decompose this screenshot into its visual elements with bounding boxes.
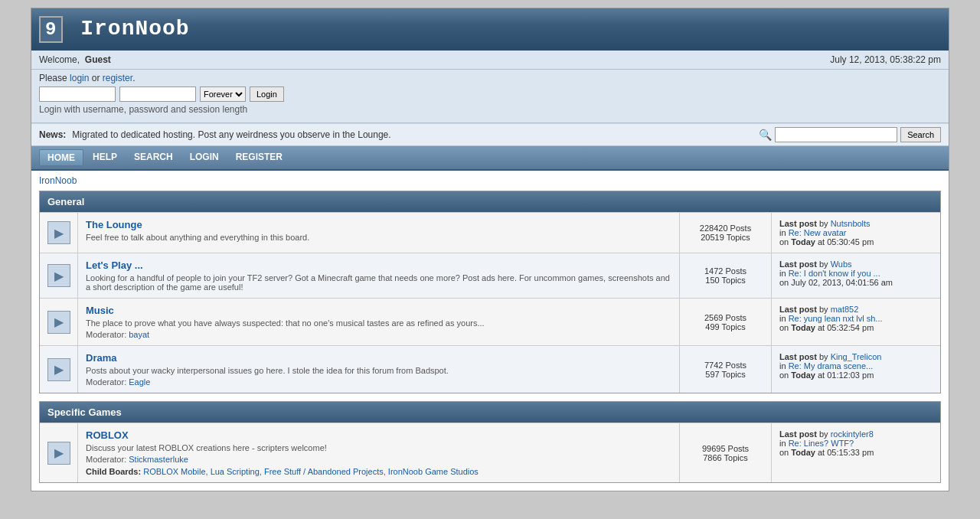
site-header: 9 IronNoob — [31, 8, 949, 51]
nav-login[interactable]: LOGIN — [182, 149, 227, 166]
nav-bar: HOME HELP SEARCH LOGIN REGISTER — [31, 146, 949, 171]
forum-topics-lounge: 20519 Topics — [686, 233, 765, 242]
forum-info-lounge: The Lounge Feel free to talk about anyth… — [78, 213, 680, 253]
child-board-roblox-mobile[interactable]: ROBLOX Mobile — [143, 467, 205, 476]
lastpost-user-music[interactable]: mat852 — [831, 305, 859, 314]
lastpost-user-lounge[interactable]: Nutsnbolts — [831, 219, 871, 228]
datetime: July 12, 2013, 05:38:22 pm — [830, 54, 941, 65]
username-input[interactable] — [39, 86, 116, 102]
forum-icon-drama: ▶ — [40, 346, 78, 393]
lastpost-thread-roblox[interactable]: Re: Lines? WTF? — [789, 439, 854, 448]
lastpost-thread-music[interactable]: Re: yung lean nxt lvl sh... — [789, 314, 883, 323]
forum-posts-letsplay: 1472 Posts — [686, 266, 765, 276]
login-link[interactable]: login — [70, 73, 89, 83]
forum-icon-box: ▶ — [47, 221, 70, 244]
moderator-link-music[interactable]: bayat — [129, 330, 149, 339]
forum-topics-letsplay: 150 Topics — [686, 276, 765, 285]
forum-row-letsplay: ▶ Let's Play ... Looking for a handful o… — [40, 253, 940, 298]
forum-moderator-roblox: Moderator: Stickmasterluke — [86, 455, 671, 464]
password-input[interactable] — [119, 86, 196, 102]
news-label: News: — [39, 129, 66, 140]
forum-lastpost-drama: Last post by King_Trelicon in Re: My dra… — [772, 346, 940, 393]
child-board-ironnoob-studios[interactable]: IronNoob Game Studios — [388, 467, 479, 476]
forum-icon-lounge: ▶ — [40, 213, 78, 253]
lastpost-user-letsplay[interactable]: Wubs — [831, 260, 852, 269]
forum-moderator-music: Moderator: bayat — [86, 330, 671, 339]
login-bar: Please login or register. Forever Login … — [31, 70, 949, 123]
forum-info-letsplay: Let's Play ... Looking for a handful of … — [78, 253, 680, 298]
forum-topics-music: 499 Topics — [686, 322, 765, 331]
forum-name-lounge[interactable]: The Lounge — [86, 219, 142, 230]
search-input[interactable] — [775, 127, 897, 142]
forum-name-drama[interactable]: Drama — [86, 352, 116, 364]
news-text: Migrated to dedicated hosting. Post any … — [72, 129, 753, 140]
logo-icon: 9 — [39, 16, 63, 43]
forum-info-music: Music The place to prove what you have a… — [78, 299, 680, 345]
register-link[interactable]: register — [103, 73, 132, 83]
welcome-user: Guest — [85, 54, 111, 65]
forum-moderator-drama: Moderator: Eagle — [86, 377, 671, 387]
forum-topics-drama: 597 Topics — [686, 370, 765, 379]
forum-icon-roblox: ▶ — [40, 423, 78, 482]
specific-games-header: Specific Games — [40, 402, 940, 423]
forum-stats-roblox: 99695 Posts 7866 Topics — [680, 423, 772, 482]
forum-icon-box-music: ▶ — [47, 311, 70, 334]
lastpost-thread-drama[interactable]: Re: My drama scene... — [789, 361, 874, 370]
moderator-link-roblox[interactable]: Stickmasterluke — [129, 455, 188, 464]
forum-posts-roblox: 99695 Posts — [686, 444, 765, 453]
lastpost-thread-lounge[interactable]: Re: New avatar — [789, 228, 847, 237]
forum-desc-roblox: Discuss your latest ROBLOX creations her… — [86, 443, 671, 452]
search-button[interactable]: Search — [900, 127, 941, 142]
forum-icon-music: ▶ — [40, 299, 78, 345]
search-magnifier-icon: 🔍 — [759, 129, 772, 141]
lastpost-user-drama[interactable]: King_Trelicon — [831, 352, 882, 361]
child-board-free-stuff[interactable]: Free Stuff / Abandoned Projects — [264, 467, 384, 476]
forum-row-drama: ▶ Drama Posts about your wacky interpers… — [40, 345, 940, 393]
welcome-prefix: Welcome, — [39, 54, 80, 65]
welcome-text: Welcome, Guest — [39, 54, 111, 65]
lastpost-thread-letsplay[interactable]: Re: I don't know if you ... — [789, 269, 880, 278]
nav-help[interactable]: HELP — [85, 149, 125, 166]
login-button[interactable]: Login — [250, 86, 284, 102]
forum-name-letsplay[interactable]: Let's Play ... — [86, 260, 143, 271]
news-bar: News: Migrated to dedicated hosting. Pos… — [31, 123, 949, 146]
general-section: General ▶ The Lounge Feel free to talk a… — [39, 191, 941, 393]
nav-home[interactable]: HOME — [39, 149, 83, 166]
forum-lastpost-lounge: Last post by Nutsnbolts in Re: New avata… — [772, 213, 940, 253]
forum-posts-lounge: 228420 Posts — [686, 224, 765, 233]
nav-register[interactable]: REGISTER — [228, 149, 290, 166]
forum-posts-music: 2569 Posts — [686, 313, 765, 322]
forum-desc-letsplay: Looking for a handful of people to join … — [86, 273, 671, 292]
child-board-lua[interactable]: Lua Scripting — [211, 467, 260, 476]
forum-name-roblox[interactable]: ROBLOX — [86, 429, 129, 441]
general-section-header: General — [40, 191, 940, 212]
forum-lastpost-letsplay: Last post by Wubs in Re: I don't know if… — [772, 253, 940, 298]
forum-desc-music: The place to prove what you have always … — [86, 318, 671, 328]
breadcrumb-link[interactable]: IronNoob — [39, 175, 77, 186]
forum-row-lounge: ▶ The Lounge Feel free to talk about any… — [40, 212, 940, 253]
session-select[interactable]: Forever — [200, 86, 246, 102]
forum-posts-drama: 7742 Posts — [686, 361, 765, 370]
forum-icon-box-drama: ▶ — [47, 358, 70, 381]
forum-info-drama: Drama Posts about your wacky interperson… — [78, 346, 680, 393]
forum-stats-letsplay: 1472 Posts 150 Topics — [680, 253, 772, 298]
welcome-bar: Welcome, Guest July 12, 2013, 05:38:22 p… — [31, 51, 949, 70]
lastpost-user-roblox[interactable]: rockintyler8 — [831, 429, 874, 439]
login-form: Forever Login — [39, 86, 941, 102]
forum-row-roblox: ▶ ROBLOX Discuss your latest ROBLOX crea… — [40, 423, 940, 482]
moderator-link-drama[interactable]: Eagle — [129, 377, 150, 387]
forum-stats-drama: 7742 Posts 597 Topics — [680, 346, 772, 393]
forum-icon-box-lp: ▶ — [47, 264, 70, 287]
nav-search[interactable]: SEARCH — [126, 149, 181, 166]
forum-icon-box-roblox: ▶ — [47, 442, 70, 465]
forum-icon-letsplay: ▶ — [40, 253, 78, 298]
forum-stats-lounge: 228420 Posts 20519 Topics — [680, 213, 772, 253]
forum-name-music[interactable]: Music — [86, 305, 114, 316]
specific-games-section: Specific Games ▶ ROBLOX Discuss your lat… — [39, 401, 941, 483]
logo-text: IronNoob — [80, 17, 189, 41]
forum-row-music: ▶ Music The place to prove what you have… — [40, 298, 940, 345]
session-hint: Login with username, password and sessio… — [39, 104, 941, 115]
forum-stats-music: 2569 Posts 499 Topics — [680, 299, 772, 345]
forum-desc-lounge: Feel free to talk about anything and eve… — [86, 233, 671, 242]
forum-topics-roblox: 7866 Topics — [686, 453, 765, 462]
